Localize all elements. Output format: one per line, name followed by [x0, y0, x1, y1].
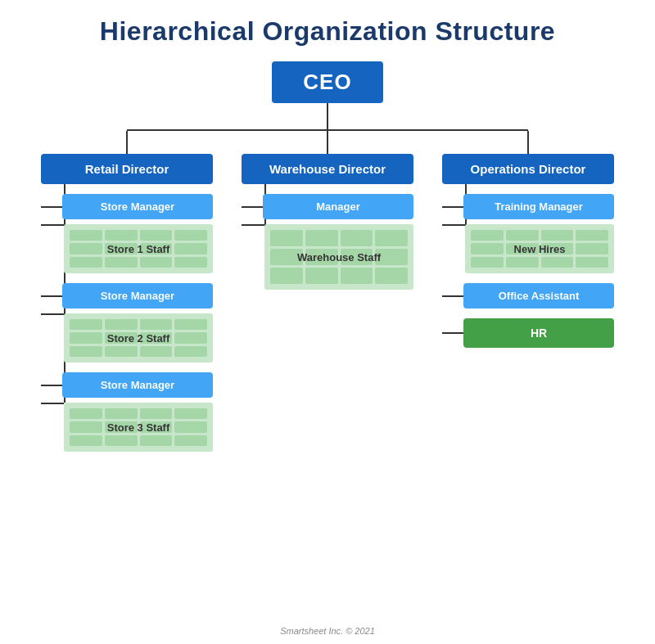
- staff-cell: [576, 257, 608, 268]
- staff-cell: [105, 332, 138, 343]
- staff-cell: [174, 230, 207, 241]
- retail-director-col: Retail Director Store Manager: [41, 131, 213, 452]
- operations-line-up: [527, 131, 529, 154]
- ops-office-row: Office Assistant: [442, 283, 614, 308]
- staff-cell: [270, 268, 303, 284]
- retail-staff-3-wrapper: Store 3 Staff: [41, 403, 213, 452]
- staff-cell: [105, 230, 138, 241]
- warehouse-h-conn: [242, 206, 263, 208]
- staff-cell: [305, 230, 338, 246]
- staff-cell: [140, 243, 173, 254]
- staff-cell: [471, 257, 504, 268]
- ops-h-conn-2: [442, 295, 463, 297]
- retail-line-up: [126, 131, 128, 154]
- staff-cell: [105, 421, 138, 432]
- staff-cell: [70, 332, 102, 343]
- page: Hierarchical Organization Structure CEO …: [0, 0, 655, 644]
- staff-cell: [305, 249, 338, 265]
- staff-cell: [105, 435, 138, 446]
- staff-cell: [105, 243, 138, 254]
- staff-cell: [140, 435, 173, 446]
- staff-cell: [105, 408, 138, 419]
- warehouse-staff-wrapper: Warehouse Staff: [242, 224, 413, 290]
- ceo-vertical-line: [327, 103, 328, 129]
- operations-director-col: Operations Director Training Manager: [442, 131, 614, 348]
- page-title: Hierarchical Organization Structure: [100, 16, 555, 47]
- staff-cell: [140, 408, 173, 419]
- staff-cell: [70, 257, 102, 268]
- ops-office-assistant-box: Office Assistant: [463, 283, 614, 308]
- staff-cell: [140, 346, 173, 357]
- staff-cell: [375, 268, 408, 284]
- staff-cell: [541, 243, 574, 254]
- staff-h-line-3: [41, 403, 64, 404]
- retail-manager-2-box: Store Manager: [62, 283, 213, 308]
- ops-h-conn-3: [442, 332, 463, 334]
- ops-h-conn-1: [442, 206, 463, 208]
- warehouse-manager-box: Manager: [263, 194, 413, 219]
- warehouse-director-box: Warehouse Director: [242, 154, 413, 184]
- footer: Smartsheet Inc. © 2021: [280, 618, 375, 636]
- staff-cell: [341, 268, 373, 284]
- staff-cell: [375, 249, 408, 265]
- staff-cell: [70, 435, 102, 446]
- top-h-line: [41, 129, 614, 131]
- staff-cell: [105, 257, 138, 268]
- staff-cell: [341, 249, 373, 265]
- retail-h-conn-3: [41, 385, 62, 386]
- staff-cell: [541, 257, 574, 268]
- retail-manager-1-row: Store Manager: [41, 194, 213, 219]
- staff-cell: [305, 268, 338, 284]
- staff-cell: [105, 319, 138, 330]
- staff-cell: [506, 257, 539, 268]
- staff-cell: [506, 230, 539, 241]
- retail-staff-2-wrapper: Store 2 Staff: [41, 313, 213, 363]
- staff-cell: [471, 243, 504, 254]
- staff-cell: [174, 346, 207, 357]
- retail-director-box: Retail Director: [41, 154, 213, 184]
- retail-staff-1-grid: Store 1 Staff: [64, 224, 213, 273]
- staff-cell: [70, 408, 102, 419]
- retail-manager-2-row: Store Manager: [41, 283, 213, 308]
- staff-h-line-2: [41, 313, 64, 315]
- staff-h-line-1: [41, 224, 64, 226]
- staff-cell: [174, 435, 207, 446]
- directors-row: Retail Director Store Manager: [41, 131, 614, 452]
- staff-cell: [140, 421, 173, 432]
- retail-staff-2-grid: Store 2 Staff: [64, 313, 213, 363]
- staff-cell: [471, 230, 504, 241]
- ops-training-row: Training Manager: [442, 194, 614, 219]
- operations-director-box: Operations Director: [442, 154, 614, 184]
- staff-cell: [140, 319, 173, 330]
- retail-manager-3-box: Store Manager: [62, 372, 213, 398]
- ceo-row: CEO: [272, 61, 382, 103]
- wh-staff-h-line: [242, 224, 264, 226]
- retail-manager-1-box: Store Manager: [62, 194, 213, 219]
- staff-cell: [576, 243, 608, 254]
- retail-h-conn-2: [41, 295, 62, 297]
- warehouse-staff-grid: Warehouse Staff: [264, 224, 413, 290]
- ops-new-hires-wrapper: New Hires: [442, 224, 614, 273]
- ops-training-manager-box: Training Manager: [463, 194, 614, 219]
- staff-cell: [70, 230, 102, 241]
- staff-cell: [70, 346, 102, 357]
- staff-cell: [70, 421, 102, 432]
- warehouse-line-up: [327, 131, 328, 154]
- staff-cell: [174, 319, 207, 330]
- warehouse-manager-row: Manager: [242, 194, 413, 219]
- staff-cell: [174, 257, 207, 268]
- ops-new-hires-grid: New Hires: [465, 224, 614, 273]
- retail-staff-3-grid: Store 3 Staff: [64, 403, 213, 452]
- staff-cell: [270, 230, 303, 246]
- ops-hr-row: HR: [442, 318, 614, 348]
- retail-manager-3-row: Store Manager: [41, 372, 213, 398]
- retail-staff-1-wrapper: Store 1 Staff: [41, 224, 213, 273]
- staff-cell: [576, 230, 608, 241]
- ceo-box: CEO: [272, 61, 382, 103]
- staff-cell: [105, 346, 138, 357]
- staff-cell: [70, 319, 102, 330]
- staff-cell: [174, 408, 207, 419]
- staff-cell: [140, 230, 173, 241]
- staff-cell: [506, 243, 539, 254]
- staff-cell: [174, 421, 207, 432]
